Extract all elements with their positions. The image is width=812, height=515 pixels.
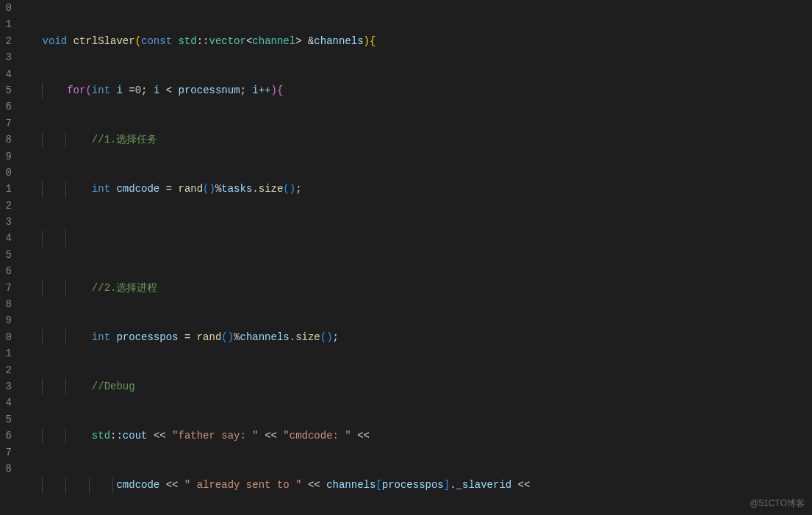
code-line[interactable]: int cmdcode = rand()%tasks.size(); (18, 181, 812, 197)
fn-ctrlslaver: ctrlSlaver (73, 35, 135, 47)
line-number: 8 (0, 296, 12, 312)
line-number: 4 (0, 66, 12, 82)
line-number: 3 (0, 49, 12, 65)
line-number: 6 (0, 98, 12, 115)
code-editor[interactable]: 0 1 2 3 4 5 6 7 8 9 0 1 2 3 4 5 6 7 8 9 … (0, 0, 812, 515)
op-assign: = (129, 84, 134, 96)
kw-const: const (141, 35, 172, 47)
var-channels: channels (240, 331, 290, 343)
line-number: 8 (0, 132, 12, 148)
op-inc: i++ (252, 84, 270, 96)
code-line[interactable]: std::cout << "father say: " << "cmdcode:… (18, 428, 812, 444)
watermark-text: @51CTO博客 (750, 497, 805, 511)
type-channel: channel (252, 35, 295, 47)
str-literal: "cmdcode: " (283, 430, 351, 442)
var-processnum: processnum (179, 84, 240, 96)
line-number: 1 (0, 345, 12, 361)
line-number: 0 (0, 165, 12, 181)
type-std: std (178, 35, 196, 47)
line-number: 0 (0, 329, 12, 345)
op-lt: < (166, 84, 172, 96)
line-number: 4 (0, 395, 12, 411)
comment: //Debug (92, 381, 135, 392)
str-literal: " already sent to " (184, 479, 302, 491)
type-std: std (92, 430, 110, 442)
line-number: 5 (0, 82, 12, 98)
code-line[interactable]: cmdcode << " already sent to " << channe… (18, 477, 812, 493)
line-number: 2 (0, 33, 12, 49)
fn-size: size (259, 183, 284, 195)
fn-rand: rand (197, 331, 222, 343)
var-i: i (116, 84, 122, 96)
line-number: 2 (0, 362, 12, 378)
var-cmdcode: cmdcode (116, 183, 159, 195)
var-cmdcode: cmdcode (116, 479, 159, 491)
kw-int: int (92, 84, 110, 96)
var-processpos: processpos (116, 331, 178, 343)
op-mod: % (234, 331, 240, 343)
op-assign: = (166, 183, 172, 195)
line-number: 5 (0, 247, 12, 263)
op-assign: = (184, 331, 190, 343)
mem-slaverid: _slaverid (456, 479, 512, 491)
kw-int: int (92, 331, 110, 343)
op-stream: << (265, 430, 277, 442)
line-number: 1 (0, 16, 12, 32)
code-line[interactable] (18, 230, 812, 246)
type-vector: vector (209, 35, 246, 47)
line-number: 6 (0, 263, 12, 279)
var-channels: channels (326, 479, 376, 491)
line-number: 9 (0, 312, 12, 328)
kw-int: int (92, 183, 110, 195)
line-number: 0 (0, 0, 12, 16)
kw-for: for (67, 84, 85, 96)
comment: //2.选择进程 (92, 282, 158, 294)
var-tasks: tasks (221, 183, 252, 195)
code-line[interactable]: void ctrlSlaver(const std::vector<channe… (18, 33, 812, 49)
fn-rand: rand (178, 183, 203, 195)
line-number: 9 (0, 148, 12, 165)
line-number: 6 (0, 428, 12, 444)
var-i: i (154, 84, 159, 96)
line-number: 5 (0, 411, 12, 428)
op-stream: << (518, 479, 531, 491)
line-number: 3 (0, 214, 12, 230)
var-processpos: processpos (382, 479, 444, 491)
comment: //1.选择任务 (92, 134, 158, 145)
line-number-gutter: 0 1 2 3 4 5 6 7 8 9 0 1 2 3 4 5 6 7 8 9 … (0, 0, 18, 515)
line-number: 4 (0, 230, 12, 246)
var-cout: cout (123, 430, 148, 442)
kw-void: void (43, 35, 68, 47)
code-line[interactable]: int processpos = rand()%channels.size(); (18, 329, 812, 345)
op-stream: << (154, 430, 166, 442)
line-number: 3 (0, 378, 12, 395)
op-stream: << (166, 479, 179, 491)
var-channels: channels (314, 35, 363, 47)
line-number: 7 (0, 280, 12, 296)
op-stream: << (357, 430, 370, 442)
op-stream: << (308, 479, 320, 491)
num-zero: 0 (135, 84, 141, 96)
line-number: 2 (0, 198, 12, 214)
code-line[interactable]: //1.选择任务 (18, 132, 812, 148)
fn-size: size (295, 331, 320, 343)
line-number: 8 (0, 461, 12, 477)
code-area[interactable]: void ctrlSlaver(const std::vector<channe… (18, 0, 812, 515)
line-number: 1 (0, 181, 12, 197)
code-line[interactable]: //2.选择进程 (18, 280, 812, 296)
line-number: 7 (0, 115, 12, 132)
line-number: 7 (0, 444, 12, 461)
code-line[interactable]: for(int i =0; i < processnum; i++){ (18, 82, 812, 98)
str-literal: "father say: " (172, 430, 259, 442)
code-line[interactable]: //Debug (18, 378, 812, 395)
